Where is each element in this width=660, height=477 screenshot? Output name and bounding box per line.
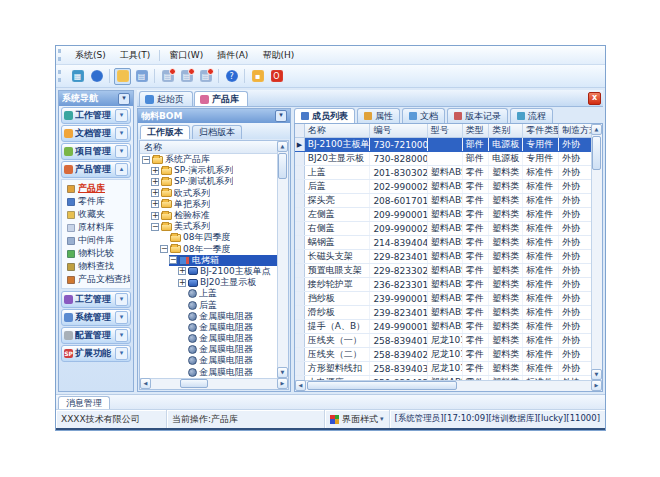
collapse-icon[interactable]: − [160,245,168,253]
sidebar-item-中间件库[interactable]: 中间件库 [62,234,130,247]
tree-item[interactable]: 上盖 [178,288,277,299]
table-row[interactable]: 滑纱板239-823401-00X塑料ABS零件塑料类标准件外协条 [295,306,603,320]
scroll-down-icon[interactable]: ▼ [591,369,602,380]
tab-message-management[interactable]: 消息管理 [58,396,110,409]
sidebar-group-工作管理[interactable]: 工作管理▾ [61,107,131,124]
table-vertical-scrollbar[interactable]: ▲ ▼ [591,124,602,380]
table-row[interactable]: 方形塑料线扣258-839403-00X尼龙1010零件塑料类标准件外协条 [295,362,603,376]
tab-start-page[interactable]: 起始页 [139,91,193,106]
tab-workflow[interactable]: 流程 [510,108,553,123]
chevron-down-icon[interactable]: ▾ [115,311,128,324]
table-row[interactable]: 接纱轮护罩236-823301-00X塑料ABS零件塑料类标准件外协条 [295,278,603,292]
collapse-icon[interactable]: − [151,223,159,231]
expand-icon[interactable]: + [178,279,186,287]
pin-icon[interactable]: ▾ [118,93,130,105]
tree-item[interactable]: +单把系列 [151,199,277,210]
sidebar-item-原材料库[interactable]: 原材料库 [62,221,130,234]
table-row[interactable]: 上盖201-830302-00X塑料ABS零件塑料类标准件外协条 [295,166,603,180]
tree-horizontal-scrollbar[interactable]: ◀ ▶ [140,378,288,389]
sidebar-item-收藏夹[interactable]: 收藏夹 [62,208,130,221]
table-row[interactable]: 挡纱板239-990001-01X塑料ABS零件塑料类标准件外协条 [295,292,603,306]
interface-style-dropdown[interactable]: 界面样式 ▾ [325,410,390,428]
collapse-icon[interactable]: − [169,256,177,264]
column-header-零件类型[interactable]: 零件类型 [523,124,559,138]
scroll-right-icon[interactable]: ▶ [591,380,602,391]
tree-item[interactable]: +BJ20主显示板 [178,277,277,288]
expand-icon[interactable]: + [151,200,159,208]
menu-item-0[interactable]: 系统(S) [68,47,113,64]
lock-icon[interactable]: ▪ [249,68,266,85]
chevron-down-icon[interactable]: ▾ [115,293,128,306]
close-doc-icon-3[interactable]: ▤ [197,68,214,85]
sidebar-group-扩展功能[interactable]: SP扩展功能▾ [61,345,131,362]
menu-item-2[interactable]: 窗口(W) [162,47,210,64]
tree-vertical-scrollbar[interactable]: ▲ ▼ [277,141,288,378]
report-icon[interactable]: ▤ [133,68,150,85]
toolbar-grip[interactable] [58,70,65,82]
table-row[interactable]: 长磁头支架229-823401-00X塑料ABS零件塑料类标准件外协条 [295,250,603,264]
scroll-thumb[interactable] [180,379,208,388]
scroll-left-icon[interactable]: ◀ [295,380,306,391]
tree-column-header[interactable]: 名称 [140,141,288,154]
menu-grip[interactable] [58,49,65,61]
column-header-型号[interactable]: 型号 [427,124,462,138]
table-row[interactable]: 压线夹（一）258-839401-00X尼龙1010零件塑料类标准件外协条 [295,334,603,348]
tree-item[interactable]: +SP-测试机系列 [151,176,277,187]
expand-icon[interactable]: + [151,212,159,220]
exit-icon[interactable]: O [268,68,285,85]
tab-归档版本[interactable]: 归档版本 [192,125,242,139]
sidebar-item-物料查找[interactable]: 物料查找 [62,260,130,273]
scroll-thumb[interactable] [278,153,287,179]
close-tab-button[interactable]: x [588,92,601,105]
column-header-编号[interactable]: 编号 [370,124,427,138]
sidebar-item-产品文档查找[interactable]: 产品文档查找 [62,273,130,286]
tab-工作版本[interactable]: 工作版本 [140,125,190,139]
expand-icon[interactable]: + [151,167,159,175]
table-row[interactable]: 左侧盖209-990001-01X塑料ABS零件塑料类标准件外协条 [295,208,603,222]
column-header-类别[interactable]: 类别 [489,124,523,138]
close-doc-icon-2[interactable]: ▤ [178,68,195,85]
close-doc-icon-1[interactable]: ▤ [159,68,176,85]
table-horizontal-scrollbar[interactable]: ◀ ▶ [295,380,602,391]
scroll-down-icon[interactable]: ▼ [277,367,288,378]
chevron-up-icon[interactable]: ▴ [115,163,128,176]
menu-item-4[interactable]: 帮助(H) [255,47,301,64]
chevron-down-icon[interactable]: ▾ [115,145,128,158]
table-row[interactable]: 预置电眼支架229-823302-00X塑料ABS零件塑料类标准件外协条 [295,264,603,278]
sidebar-group-系统管理[interactable]: 系统管理▾ [61,309,131,326]
collapse-panel-icon[interactable]: ▾ [275,110,287,122]
tab-member-list[interactable]: 成员列表 [294,108,355,123]
menu-item-3[interactable]: 插件(A) [210,47,255,64]
chevron-down-icon[interactable]: ▾ [115,109,128,122]
tab-properties[interactable]: 属性 [357,108,400,123]
expand-icon[interactable]: + [178,267,186,275]
workspace-icon[interactable]: ▦ [69,68,86,85]
tree-item[interactable]: +欧式系列 [151,188,277,199]
scroll-right-icon[interactable]: ▶ [277,378,288,389]
sidebar-item-物料比较[interactable]: 物料比较 [62,247,130,260]
scroll-thumb[interactable] [592,136,601,170]
chevron-down-icon[interactable]: ▾ [115,347,128,360]
sidebar-item-产品库[interactable]: 产品库 [62,182,130,195]
table-row[interactable]: BJ20主显示板730-828000-04X部件电源板专用件外协颗 [295,152,603,166]
scroll-up-icon[interactable]: ▲ [591,124,602,135]
table-row[interactable]: ▶BJ-2100主板单点730-721000-12X部件电源板专用件外协颗 [295,138,603,152]
expand-icon[interactable]: + [151,189,159,197]
tab-documents[interactable]: 文档 [402,108,445,123]
column-header-类型[interactable]: 类型 [462,124,489,138]
sidebar-group-配置管理[interactable]: 配置管理▾ [61,327,131,344]
globe-icon[interactable] [88,68,105,85]
tab-version-records[interactable]: 版本记录 [447,108,508,123]
sidebar-item-零件库[interactable]: 零件库 [62,195,130,208]
table-row[interactable]: 压线夹（二）258-839402-00X尼龙1010零件塑料类标准件外协条 [295,348,603,362]
sidebar-group-项目管理[interactable]: 项目管理▾ [61,143,131,160]
table-row[interactable]: 蜗钢盖214-839404-01X塑料ABS零件塑料类标准件外协条 [295,236,603,250]
scroll-left-icon[interactable]: ◀ [140,378,151,389]
scroll-up-icon[interactable]: ▲ [277,141,288,152]
chevron-down-icon[interactable]: ▾ [115,329,128,342]
help-icon[interactable]: ? [223,68,240,85]
table-row[interactable]: 右侧盖209-990002-01X塑料ABS零件塑料类标准件外协条 [295,222,603,236]
menu-item-1[interactable]: 工具(T) [113,47,158,64]
open-folder-icon[interactable] [114,68,131,85]
sidebar-group-产品管理[interactable]: 产品管理▴ [61,161,131,178]
